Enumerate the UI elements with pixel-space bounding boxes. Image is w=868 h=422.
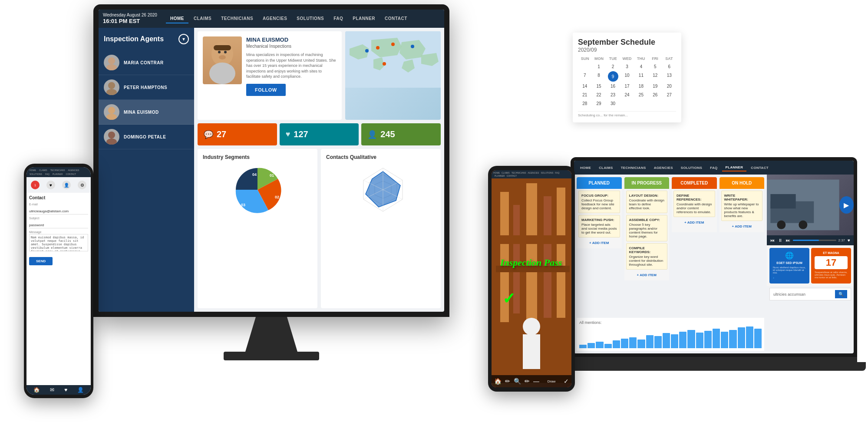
nav-claims[interactable]: CLAIMS — [189, 14, 216, 23]
cal-day-20[interactable]: 20 — [663, 82, 676, 90]
cal-day-2[interactable]: 2 — [606, 63, 620, 71]
phone-message-textarea[interactable]: Nam euismod dapibus massa, id volutpat n… — [29, 234, 88, 251]
nav-solutions[interactable]: SOLUTIONS — [292, 14, 328, 23]
kanban-card-references[interactable]: DEFINE REFERENCES: Coordinate with desig… — [673, 191, 715, 217]
prev-button[interactable]: ⏮ — [769, 237, 776, 244]
kanban-card-keywords[interactable]: COMPILE KEYWORDS: Organize key word cont… — [626, 243, 668, 270]
cal-day-21[interactable]: 21 — [578, 91, 591, 99]
phone-nav-claims[interactable]: CLAIMS — [38, 168, 49, 172]
cal-day-3[interactable]: 3 — [620, 63, 634, 71]
nav-technicians[interactable]: TECHNICIANS — [217, 14, 257, 23]
search-input[interactable] — [773, 292, 835, 297]
agent-item-domingo[interactable]: DOMINGO PETALE — [99, 125, 194, 149]
draw-tool-search[interactable]: 🔍 — [514, 378, 521, 385]
laptop-nav-home[interactable]: HOME — [577, 165, 594, 171]
phone-bottom-user[interactable]: 👤 — [77, 387, 84, 393]
tablet-nav-tech[interactable]: TECHNICIANS — [512, 171, 526, 174]
cal-day-27[interactable]: 27 — [663, 91, 676, 99]
phone-bottom-home[interactable]: 🏠 — [33, 387, 40, 393]
tablet-nav-faq[interactable]: FAQ — [555, 171, 559, 174]
kanban-card-marketing[interactable]: MARKETING PUSH: Place targeted ads and s… — [578, 215, 620, 237]
play-button[interactable]: ▶ — [839, 196, 854, 214]
laptop-nav-faq[interactable]: FAQ — [706, 165, 721, 171]
draw-tool-pen[interactable]: ✏ — [505, 378, 510, 385]
cal-day-13[interactable]: 13 — [663, 71, 676, 82]
cal-day-8[interactable]: 8 — [592, 71, 605, 82]
cal-day-18[interactable]: 18 — [634, 82, 648, 90]
cal-day-19[interactable]: 19 — [648, 82, 662, 90]
pause-button[interactable]: ⏸ — [777, 237, 783, 244]
add-item-onhold[interactable]: + ADD ITEM — [721, 223, 763, 230]
cal-day-15[interactable]: 15 — [592, 82, 605, 90]
cal-day-22[interactable]: 22 — [592, 91, 605, 99]
phone-email-input[interactable] — [29, 208, 88, 214]
cal-day-6[interactable]: 6 — [663, 63, 676, 71]
phone-nav-faq[interactable]: FAQ — [44, 172, 51, 176]
cal-day-1[interactable]: 1 — [592, 63, 605, 71]
nav-contact[interactable]: CONTACT — [380, 14, 412, 23]
tablet-nav-planner[interactable]: PLANNER — [495, 175, 505, 177]
cal-day-5[interactable]: 5 — [648, 63, 662, 71]
phone-nav-home[interactable]: HOME — [28, 168, 37, 172]
phone-send-button[interactable]: SEND — [29, 257, 53, 265]
nav-home[interactable]: HOME — [166, 14, 188, 23]
cal-day-10[interactable]: 10 — [620, 71, 634, 82]
cal-day-23[interactable]: 23 — [606, 91, 620, 99]
cal-day-17[interactable]: 17 — [620, 82, 634, 90]
info-card-ipsum-link[interactable]: › — [773, 276, 806, 280]
tablet-nav-home[interactable]: HOME — [493, 171, 500, 174]
tablet-nav-solutions[interactable]: SOLUTIONS — [541, 171, 553, 174]
cal-day-30[interactable]: 30 — [606, 99, 620, 108]
laptop-nav-solutions[interactable]: SOLUTIONS — [677, 165, 706, 171]
phone-bottom-mail[interactable]: ✉ — [50, 387, 54, 393]
phone-nav-planner[interactable]: PLANNER — [51, 172, 64, 176]
cal-day-12[interactable]: 12 — [648, 71, 662, 82]
phone-icon-heart[interactable]: ♥ — [46, 181, 55, 189]
cal-day-26[interactable]: 26 — [648, 91, 662, 99]
phone-icon-notifications[interactable]: 1 — [31, 181, 40, 189]
cal-day-11[interactable]: 11 — [634, 71, 648, 82]
tablet-nav-contact[interactable]: CONTACT — [507, 175, 517, 177]
phone-nav-agencies[interactable]: AGENCIES — [67, 168, 81, 172]
phone-bottom-heart[interactable]: ♥ — [64, 387, 67, 393]
kanban-card-assemble[interactable]: ASSEMBLE COPY: Choose 5 key paragraphs a… — [626, 215, 668, 241]
nav-planner[interactable]: PLANNER — [348, 14, 380, 23]
nav-faq[interactable]: FAQ — [329, 14, 347, 23]
tablet-nav-claims[interactable]: CLAIMS — [502, 171, 510, 174]
add-item-planned[interactable]: + ADD ITEM — [578, 239, 620, 247]
agent-item-maria[interactable]: MARIA CONTRAR — [99, 50, 194, 75]
draw-tool-home[interactable]: 🏠 — [494, 378, 502, 385]
video-heart-icon[interactable]: ♥ — [847, 237, 851, 244]
agents-dropdown-icon[interactable]: ▾ — [178, 34, 189, 44]
laptop-nav-contact[interactable]: CONTACT — [747, 165, 772, 171]
phone-nav-contact[interactable]: CONTACT — [65, 172, 78, 176]
cal-day-7[interactable]: 7 — [578, 71, 591, 82]
agent-item-mina[interactable]: MINA EUISMOD — [99, 100, 194, 125]
laptop-nav-planner[interactable]: PLANNER — [722, 164, 747, 171]
cal-day-28[interactable]: 28 — [578, 99, 591, 108]
kanban-card-whitepaper[interactable]: WRITE WHITEPAPER: Write up whitepaper to… — [721, 191, 763, 221]
cal-day-16[interactable]: 16 — [606, 82, 620, 90]
draw-tool-edit[interactable]: ✏ — [525, 378, 530, 385]
kanban-card-focus-group[interactable]: FOCUS GROUP: Collect Focus Group feedbac… — [578, 191, 620, 213]
agent-item-peter[interactable]: PETER HAMPTONS — [99, 75, 194, 100]
cal-day-24[interactable]: 24 — [620, 91, 634, 99]
cal-day-14[interactable]: 14 — [578, 82, 591, 90]
video-progress-bar[interactable] — [793, 240, 836, 241]
next-button[interactable]: ⏭ — [785, 237, 791, 244]
tablet-nav-agencies[interactable]: AGENCIES — [528, 171, 539, 174]
search-button[interactable]: 🔍 — [835, 290, 847, 298]
draw-tool-line[interactable]: — — [533, 378, 539, 385]
phone-subject-input[interactable] — [29, 222, 88, 228]
laptop-nav-technicians[interactable]: TECHNICIANS — [617, 165, 650, 171]
cal-day-25[interactable]: 25 — [634, 91, 648, 99]
phone-nav-solutions[interactable]: SOLUTIONS — [28, 172, 43, 176]
cal-day-9-today[interactable]: 9 — [608, 71, 618, 82]
laptop-nav-agencies[interactable]: AGENCIES — [650, 165, 677, 171]
follow-button[interactable]: FOLLOW — [246, 84, 286, 96]
phone-icon-user[interactable]: 👤 — [62, 181, 71, 189]
kanban-card-layout[interactable]: LAYOUT DESIGN: Coordinate with design te… — [626, 191, 668, 213]
phone-nav-technicians[interactable]: TECHNICIANS — [49, 168, 66, 172]
phone-icon-settings[interactable]: ⚙ — [78, 181, 86, 189]
add-item-inprogress[interactable]: + ADD ITEM — [626, 271, 668, 279]
